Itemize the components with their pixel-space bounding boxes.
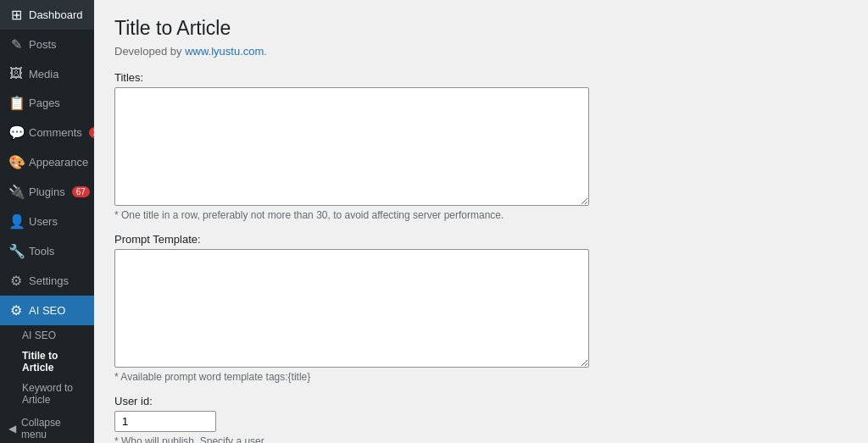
developed-by-link[interactable]: www.lyustu.com — [185, 45, 264, 58]
sidebar-item-label: Dashboard — [29, 8, 83, 21]
plugins-badge: 67 — [72, 186, 90, 197]
ai-seo-submenu: AI SEO Titile to Article Keyword to Arti… — [0, 325, 94, 410]
collapse-icon: ◀ — [8, 423, 16, 435]
tools-icon: 🔧 — [8, 243, 24, 259]
developed-by: Developed by www.lyustu.com. — [114, 45, 848, 58]
users-icon: 👤 — [8, 213, 24, 230]
sidebar-item-appearance[interactable]: 🎨 Appearance — [0, 147, 94, 177]
sidebar-item-tools[interactable]: 🔧 Tools — [0, 236, 94, 266]
user-id-label: User id: — [114, 395, 848, 407]
sidebar-item-label: Settings — [29, 274, 69, 287]
sidebar-item-ai-seo[interactable]: ⚙ AI SEO — [0, 296, 94, 325]
sidebar-item-label: Appearance — [29, 156, 88, 169]
user-id-hint: * Who will publish. Specify a user. — [114, 435, 848, 443]
collapse-menu-label: Collapse menu — [21, 417, 86, 440]
media-icon: 🖼 — [8, 66, 24, 81]
sidebar-item-plugins[interactable]: 🔌 Plugins 67 — [0, 177, 94, 207]
sidebar: ⊞ Dashboard ✎ Posts 🖼 Media 📋 Pages 💬 Co… — [0, 0, 94, 443]
developed-by-prefix: Developed by — [114, 45, 185, 58]
sidebar-item-label: Pages — [29, 97, 60, 109]
titles-field-group: Titles: * One title in a row, preferably… — [114, 71, 848, 221]
comments-icon: 💬 — [8, 125, 24, 141]
submenu-item-ai-seo[interactable]: AI SEO — [0, 325, 94, 346]
user-id-field-group: User id: * Who will publish. Specify a u… — [114, 395, 848, 443]
submenu-item-keyword-to-article[interactable]: Keyword to Article — [0, 378, 94, 410]
titles-label: Titles: — [114, 71, 848, 84]
appearance-icon: 🎨 — [8, 154, 24, 170]
sidebar-item-label: Plugins — [29, 186, 65, 198]
ai-seo-icon: ⚙ — [8, 302, 24, 318]
sidebar-item-label: Tools — [29, 245, 54, 257]
sidebar-item-users[interactable]: 👤 Users — [0, 207, 94, 236]
sidebar-item-settings[interactable]: ⚙ Settings — [0, 266, 94, 296]
posts-icon: ✎ — [8, 36, 24, 53]
sidebar-item-label: Comments — [29, 126, 82, 139]
sidebar-item-media[interactable]: 🖼 Media — [0, 59, 94, 88]
submenu-item-title-to-article[interactable]: Titile to Article — [0, 346, 94, 378]
sidebar-item-label: AI SEO — [29, 304, 65, 317]
prompt-template-hint: * Available prompt word template tags:{t… — [114, 371, 848, 383]
sidebar-item-label: Media — [29, 68, 58, 80]
settings-icon: ⚙ — [8, 273, 24, 289]
sidebar-item-pages[interactable]: 📋 Pages — [0, 88, 94, 118]
developed-by-suffix: . — [264, 45, 267, 58]
sidebar-item-dashboard[interactable]: ⊞ Dashboard — [0, 0, 94, 30]
sidebar-item-label: Users — [29, 215, 58, 228]
pages-icon: 📋 — [8, 95, 24, 111]
user-id-input[interactable] — [114, 411, 216, 432]
main-content: Title to Article Developed by www.lyustu… — [94, 0, 868, 443]
collapse-menu-button[interactable]: ◀ Collapse menu — [0, 410, 94, 443]
sidebar-item-comments[interactable]: 💬 Comments 2 — [0, 118, 94, 147]
sidebar-item-label: Posts — [29, 38, 57, 51]
plugins-icon: 🔌 — [8, 184, 24, 200]
prompt-template-label: Prompt Template: — [114, 233, 848, 246]
sidebar-item-posts[interactable]: ✎ Posts — [0, 30, 94, 59]
titles-hint: * One title in a row, preferably not mor… — [114, 209, 848, 221]
prompt-template-textarea[interactable] — [114, 249, 589, 368]
dashboard-icon: ⊞ — [8, 7, 24, 23]
page-title: Title to Article — [114, 17, 848, 40]
prompt-template-field-group: Prompt Template: * Available prompt word… — [114, 233, 848, 383]
comments-badge: 2 — [89, 127, 94, 138]
titles-textarea[interactable] — [114, 87, 589, 206]
